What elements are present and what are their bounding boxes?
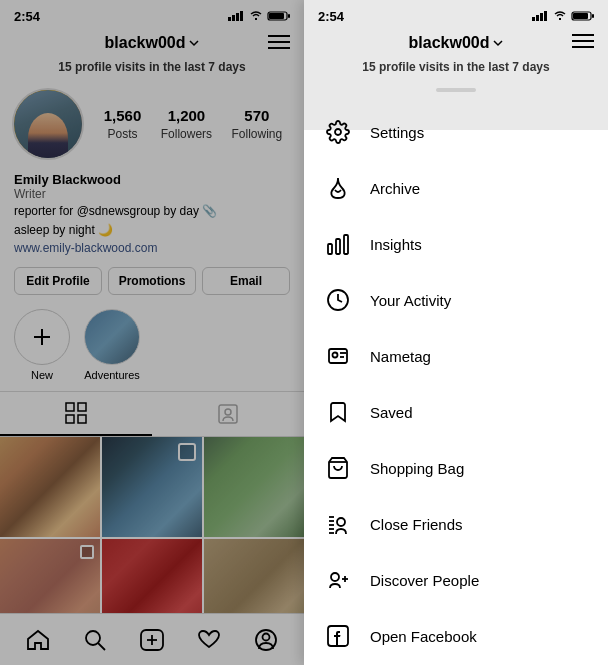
right-visits-text: profile visits in the last 7 days <box>379 60 550 74</box>
discover-people-label: Discover People <box>370 572 479 589</box>
right-status-bar: 2:54 <box>304 0 608 28</box>
right-menu-lines-icon <box>572 34 594 48</box>
close-friends-label: Close Friends <box>370 516 463 533</box>
handle-bar <box>436 88 476 92</box>
close-friends-icon <box>324 510 352 538</box>
activity-icon <box>324 286 352 314</box>
svg-point-49 <box>331 573 339 581</box>
right-username-text: blackw00d <box>409 34 490 52</box>
side-menu-panel: 2:54 <box>304 0 608 665</box>
svg-rect-38 <box>344 235 348 254</box>
svg-point-48 <box>337 518 345 526</box>
menu-item-nametag[interactable]: Nametag <box>304 328 608 384</box>
settings-label: Settings <box>370 124 424 141</box>
menu-handle <box>304 80 608 96</box>
nametag-label: Nametag <box>370 348 431 365</box>
menu-item-close-friends[interactable]: Close Friends <box>304 496 608 552</box>
menu-items-list: Settings Archive <box>304 96 608 665</box>
svg-rect-31 <box>592 14 594 18</box>
dim-overlay <box>0 0 304 665</box>
right-username-row[interactable]: blackw00d <box>409 34 504 52</box>
menu-item-discover-people[interactable]: Discover People <box>304 552 608 608</box>
insights-label: Insights <box>370 236 422 253</box>
saved-label: Saved <box>370 404 413 421</box>
menu-item-archive[interactable]: Archive <box>304 160 608 216</box>
svg-rect-28 <box>544 11 547 21</box>
right-profile-header: blackw00d <box>304 28 608 58</box>
shopping-bag-icon <box>324 454 352 482</box>
saved-icon <box>324 398 352 426</box>
menu-item-insights[interactable]: Insights <box>304 216 608 272</box>
settings-icon <box>324 118 352 146</box>
svg-rect-37 <box>336 239 340 254</box>
svg-rect-34 <box>572 46 594 48</box>
insights-icon <box>324 230 352 258</box>
nametag-icon <box>324 342 352 370</box>
menu-item-saved[interactable]: Saved <box>304 384 608 440</box>
menu-item-open-facebook[interactable]: Open Facebook <box>304 608 608 664</box>
right-visits-count: 15 <box>362 60 375 74</box>
right-profile-visits: 15 profile visits in the last 7 days <box>304 58 608 80</box>
discover-people-icon <box>324 566 352 594</box>
svg-rect-26 <box>536 15 539 21</box>
profile-panel: 2:54 blackw00d <box>0 0 304 665</box>
svg-point-41 <box>333 353 338 358</box>
right-menu-icon[interactable] <box>572 34 594 52</box>
shopping-bag-label: Shopping Bag <box>370 460 464 477</box>
right-wifi-icon <box>552 11 568 21</box>
menu-item-shopping-bag[interactable]: Shopping Bag <box>304 440 608 496</box>
svg-rect-32 <box>572 34 594 36</box>
right-signal-icon <box>532 11 548 21</box>
facebook-icon <box>324 622 352 650</box>
svg-point-35 <box>335 129 341 135</box>
right-chevron-down-icon <box>493 40 503 46</box>
menu-item-settings[interactable]: Settings <box>304 104 608 160</box>
svg-rect-36 <box>328 244 332 254</box>
svg-rect-30 <box>573 13 588 19</box>
svg-rect-33 <box>572 40 594 42</box>
archive-icon <box>324 174 352 202</box>
archive-label: Archive <box>370 180 420 197</box>
right-status-icons <box>532 11 594 21</box>
svg-rect-25 <box>532 17 535 21</box>
right-status-time: 2:54 <box>318 9 344 24</box>
menu-item-your-activity[interactable]: Your Activity <box>304 272 608 328</box>
your-activity-label: Your Activity <box>370 292 451 309</box>
right-content: 2:54 <box>304 0 608 665</box>
right-battery-icon <box>572 11 594 21</box>
svg-rect-27 <box>540 13 543 21</box>
open-facebook-label: Open Facebook <box>370 628 477 645</box>
